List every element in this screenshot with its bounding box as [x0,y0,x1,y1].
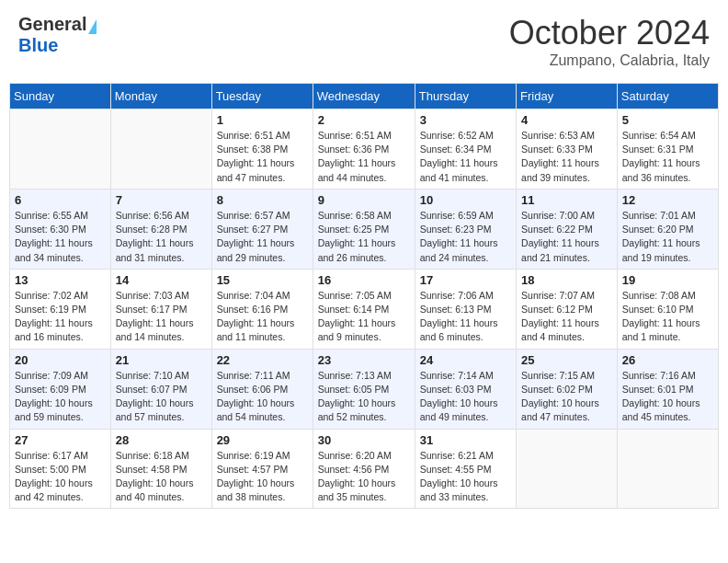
day-number: 20 [15,353,106,367]
day-number: 5 [622,113,713,127]
logo-general-text: General [18,14,86,34]
day-number: 22 [217,353,308,367]
location: Zumpano, Calabria, Italy [509,52,710,69]
calendar-week-row: 1Sunrise: 6:51 AMSunset: 6:38 PMDaylight… [10,109,719,190]
calendar-cell: 3Sunrise: 6:52 AMSunset: 6:34 PMDaylight… [415,109,516,190]
calendar-cell: 5Sunrise: 6:54 AMSunset: 6:31 PMDaylight… [617,109,718,190]
calendar-cell: 4Sunrise: 6:53 AMSunset: 6:33 PMDaylight… [517,109,618,190]
calendar-cell: 22Sunrise: 7:11 AMSunset: 6:06 PMDayligh… [211,349,313,429]
day-info: Sunrise: 6:51 AMSunset: 6:36 PMDaylight:… [318,129,410,185]
day-number: 1 [217,113,308,127]
day-number: 23 [318,353,410,367]
page-header: General Blue October 2024 Zumpano, Calab… [9,9,719,74]
logo: General Blue [18,14,97,56]
day-number: 27 [15,433,106,447]
day-info: Sunrise: 6:57 AMSunset: 6:27 PMDaylight:… [217,209,308,265]
calendar-cell [10,109,111,190]
day-number: 17 [420,273,511,287]
weekday-header-tuesday: Tuesday [211,84,313,109]
day-number: 6 [15,193,106,207]
calendar-week-row: 6Sunrise: 6:55 AMSunset: 6:30 PMDaylight… [10,189,719,269]
day-info: Sunrise: 7:11 AMSunset: 6:06 PMDaylight:… [217,369,308,425]
day-number: 30 [318,433,410,447]
day-info: Sunrise: 6:53 AMSunset: 6:33 PMDaylight:… [521,129,612,185]
day-info: Sunrise: 7:06 AMSunset: 6:13 PMDaylight:… [420,289,511,345]
day-info: Sunrise: 6:19 AMSunset: 4:57 PMDaylight:… [217,449,308,505]
calendar-cell: 19Sunrise: 7:08 AMSunset: 6:10 PMDayligh… [617,269,718,349]
day-number: 29 [217,433,308,447]
day-number: 18 [521,273,612,287]
calendar-cell: 24Sunrise: 7:14 AMSunset: 6:03 PMDayligh… [415,349,516,429]
day-number: 3 [420,113,511,127]
calendar-cell: 25Sunrise: 7:15 AMSunset: 6:02 PMDayligh… [517,349,618,429]
day-info: Sunrise: 7:01 AMSunset: 6:20 PMDaylight:… [622,209,713,265]
day-number: 19 [622,273,713,287]
day-info: Sunrise: 7:00 AMSunset: 6:22 PMDaylight:… [521,209,612,265]
day-info: Sunrise: 6:51 AMSunset: 6:38 PMDaylight:… [217,129,308,185]
day-number: 26 [622,353,713,367]
weekday-header-monday: Monday [110,84,211,109]
calendar-cell: 10Sunrise: 6:59 AMSunset: 6:23 PMDayligh… [415,189,516,269]
day-info: Sunrise: 7:08 AMSunset: 6:10 PMDaylight:… [622,289,713,345]
calendar-cell: 30Sunrise: 6:20 AMSunset: 4:56 PMDayligh… [313,429,415,509]
weekday-header-thursday: Thursday [415,84,516,109]
day-info: Sunrise: 6:17 AMSunset: 5:00 PMDaylight:… [15,449,106,505]
calendar-cell: 11Sunrise: 7:00 AMSunset: 6:22 PMDayligh… [517,189,618,269]
day-info: Sunrise: 6:54 AMSunset: 6:31 PMDaylight:… [622,129,713,185]
calendar-cell: 9Sunrise: 6:58 AMSunset: 6:25 PMDaylight… [313,189,415,269]
day-info: Sunrise: 7:09 AMSunset: 6:09 PMDaylight:… [15,369,106,425]
calendar-cell: 6Sunrise: 6:55 AMSunset: 6:30 PMDaylight… [10,189,111,269]
calendar-cell: 28Sunrise: 6:18 AMSunset: 4:58 PMDayligh… [110,429,211,509]
calendar-cell: 18Sunrise: 7:07 AMSunset: 6:12 PMDayligh… [517,269,618,349]
calendar-week-row: 27Sunrise: 6:17 AMSunset: 5:00 PMDayligh… [10,429,719,509]
weekday-header-sunday: Sunday [10,84,111,109]
day-number: 28 [116,433,207,447]
day-number: 31 [420,433,511,447]
calendar-cell: 1Sunrise: 6:51 AMSunset: 6:38 PMDaylight… [211,109,313,190]
calendar-cell: 16Sunrise: 7:05 AMSunset: 6:14 PMDayligh… [313,269,415,349]
day-number: 16 [318,273,410,287]
calendar-cell: 13Sunrise: 7:02 AMSunset: 6:19 PMDayligh… [10,269,111,349]
day-info: Sunrise: 7:15 AMSunset: 6:02 PMDaylight:… [521,369,612,425]
day-info: Sunrise: 6:18 AMSunset: 4:58 PMDaylight:… [116,449,207,505]
calendar-table: SundayMondayTuesdayWednesdayThursdayFrid… [9,83,719,509]
calendar-cell: 26Sunrise: 7:16 AMSunset: 6:01 PMDayligh… [617,349,718,429]
day-info: Sunrise: 6:59 AMSunset: 6:23 PMDaylight:… [420,209,511,265]
calendar-body: 1Sunrise: 6:51 AMSunset: 6:38 PMDaylight… [10,109,719,509]
weekday-header-wednesday: Wednesday [313,84,415,109]
day-number: 7 [116,193,207,207]
day-info: Sunrise: 7:10 AMSunset: 6:07 PMDaylight:… [116,369,207,425]
day-info: Sunrise: 7:03 AMSunset: 6:17 PMDaylight:… [116,289,207,345]
month-title: October 2024 [509,14,710,52]
calendar-cell: 15Sunrise: 7:04 AMSunset: 6:16 PMDayligh… [211,269,313,349]
day-info: Sunrise: 7:14 AMSunset: 6:03 PMDaylight:… [420,369,511,425]
day-info: Sunrise: 6:55 AMSunset: 6:30 PMDaylight:… [15,209,106,265]
day-number: 8 [217,193,308,207]
calendar-cell [110,109,211,190]
day-number: 25 [521,353,612,367]
calendar-cell [617,429,718,509]
calendar-cell: 21Sunrise: 7:10 AMSunset: 6:07 PMDayligh… [110,349,211,429]
day-info: Sunrise: 7:07 AMSunset: 6:12 PMDaylight:… [521,289,612,345]
weekday-header-saturday: Saturday [617,84,718,109]
day-info: Sunrise: 7:02 AMSunset: 6:19 PMDaylight:… [15,289,106,345]
calendar-cell: 27Sunrise: 6:17 AMSunset: 5:00 PMDayligh… [10,429,111,509]
day-info: Sunrise: 6:21 AMSunset: 4:55 PMDaylight:… [420,449,511,505]
calendar-cell: 14Sunrise: 7:03 AMSunset: 6:17 PMDayligh… [110,269,211,349]
calendar-cell: 17Sunrise: 7:06 AMSunset: 6:13 PMDayligh… [415,269,516,349]
day-info: Sunrise: 6:56 AMSunset: 6:28 PMDaylight:… [116,209,207,265]
day-number: 4 [521,113,612,127]
title-section: October 2024 Zumpano, Calabria, Italy [509,14,710,69]
day-number: 24 [420,353,511,367]
day-number: 12 [622,193,713,207]
calendar-cell: 7Sunrise: 6:56 AMSunset: 6:28 PMDaylight… [110,189,211,269]
day-info: Sunrise: 7:16 AMSunset: 6:01 PMDaylight:… [622,369,713,425]
day-number: 11 [521,193,612,207]
day-number: 15 [217,273,308,287]
calendar-week-row: 13Sunrise: 7:02 AMSunset: 6:19 PMDayligh… [10,269,719,349]
calendar-cell: 2Sunrise: 6:51 AMSunset: 6:36 PMDaylight… [313,109,415,190]
calendar-header-row: SundayMondayTuesdayWednesdayThursdayFrid… [10,84,719,109]
day-number: 21 [116,353,207,367]
weekday-header-friday: Friday [517,84,618,109]
calendar-cell: 29Sunrise: 6:19 AMSunset: 4:57 PMDayligh… [211,429,313,509]
